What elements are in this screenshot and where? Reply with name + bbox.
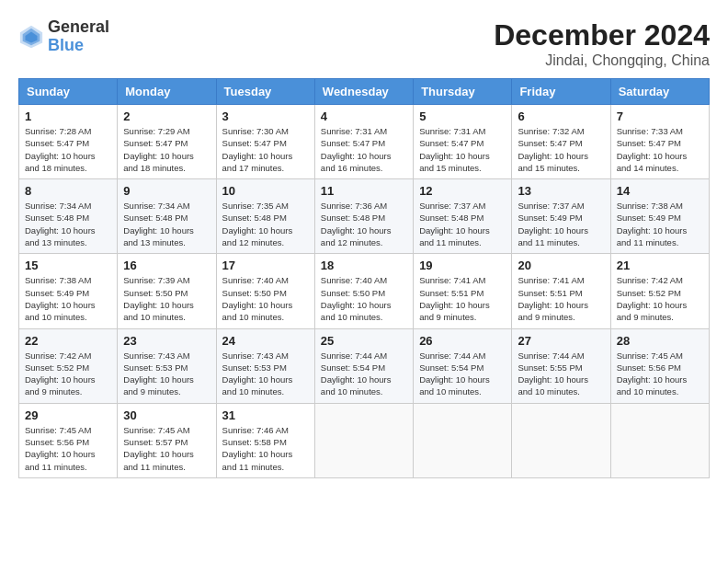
calendar-cell: 2Sunrise: 7:29 AM Sunset: 5:47 PM Daylig… (118, 105, 216, 179)
calendar-cell: 6Sunrise: 7:32 AM Sunset: 5:47 PM Daylig… (512, 105, 610, 179)
day-info: Sunrise: 7:31 AM Sunset: 5:47 PM Dayligh… (419, 125, 506, 174)
day-number: 19 (419, 259, 506, 272)
day-info: Sunrise: 7:42 AM Sunset: 5:52 PM Dayligh… (25, 350, 111, 398)
day-info: Sunrise: 7:30 AM Sunset: 5:47 PM Dayligh… (222, 125, 309, 174)
day-info: Sunrise: 7:44 AM Sunset: 5:54 PM Dayligh… (419, 350, 506, 398)
calendar-cell (414, 403, 512, 477)
day-number: 11 (321, 184, 407, 198)
day-info: Sunrise: 7:44 AM Sunset: 5:54 PM Dayligh… (321, 350, 407, 398)
day-number: 3 (222, 109, 309, 123)
column-header-thursday: Thursday (414, 79, 512, 105)
calendar-cell: 23Sunrise: 7:43 AM Sunset: 5:53 PM Dayli… (118, 328, 216, 403)
day-number: 5 (419, 109, 506, 123)
calendar-week-row: 1Sunrise: 7:28 AM Sunset: 5:47 PM Daylig… (19, 105, 710, 179)
day-info: Sunrise: 7:43 AM Sunset: 5:53 PM Dayligh… (123, 350, 210, 398)
calendar-cell: 4Sunrise: 7:31 AM Sunset: 5:47 PM Daylig… (314, 105, 413, 179)
day-number: 23 (123, 334, 210, 348)
day-info: Sunrise: 7:39 AM Sunset: 5:50 PM Dayligh… (123, 274, 210, 323)
calendar-week-row: 8Sunrise: 7:34 AM Sunset: 5:48 PM Daylig… (19, 179, 710, 254)
calendar-cell: 20Sunrise: 7:41 AM Sunset: 5:51 PM Dayli… (512, 254, 610, 328)
calendar-cell (512, 403, 610, 477)
day-number: 29 (25, 408, 111, 422)
day-number: 31 (222, 408, 309, 422)
day-info: Sunrise: 7:32 AM Sunset: 5:47 PM Dayligh… (518, 125, 604, 174)
day-number: 12 (419, 184, 506, 198)
calendar-cell: 15Sunrise: 7:38 AM Sunset: 5:49 PM Dayli… (19, 254, 118, 328)
day-number: 24 (222, 334, 309, 348)
day-info: Sunrise: 7:40 AM Sunset: 5:50 PM Dayligh… (222, 274, 309, 323)
calendar-cell: 16Sunrise: 7:39 AM Sunset: 5:50 PM Dayli… (118, 254, 216, 328)
day-info: Sunrise: 7:45 AM Sunset: 5:57 PM Dayligh… (123, 424, 210, 473)
calendar-cell: 31Sunrise: 7:46 AM Sunset: 5:58 PM Dayli… (216, 403, 314, 477)
calendar-week-row: 29Sunrise: 7:45 AM Sunset: 5:56 PM Dayli… (19, 403, 710, 477)
calendar-week-row: 22Sunrise: 7:42 AM Sunset: 5:52 PM Dayli… (19, 328, 710, 403)
logo-icon (18, 24, 44, 50)
day-info: Sunrise: 7:36 AM Sunset: 5:48 PM Dayligh… (321, 200, 407, 248)
day-info: Sunrise: 7:43 AM Sunset: 5:53 PM Dayligh… (222, 350, 309, 398)
day-info: Sunrise: 7:41 AM Sunset: 5:51 PM Dayligh… (518, 274, 604, 323)
day-number: 10 (222, 184, 309, 198)
day-number: 6 (518, 109, 604, 123)
column-header-tuesday: Tuesday (216, 79, 314, 105)
day-number: 26 (419, 334, 506, 348)
calendar-cell: 30Sunrise: 7:45 AM Sunset: 5:57 PM Dayli… (118, 403, 216, 477)
day-number: 22 (25, 334, 111, 348)
day-info: Sunrise: 7:34 AM Sunset: 5:48 PM Dayligh… (25, 200, 111, 248)
logo-line2: Blue (48, 37, 109, 55)
logo-text: General Blue (48, 18, 109, 55)
calendar-cell (610, 403, 709, 477)
calendar-cell: 11Sunrise: 7:36 AM Sunset: 5:48 PM Dayli… (314, 179, 413, 254)
logo: General Blue (18, 18, 109, 55)
day-number: 16 (123, 259, 210, 272)
day-number: 21 (617, 259, 703, 272)
calendar-week-row: 15Sunrise: 7:38 AM Sunset: 5:49 PM Dayli… (19, 254, 710, 328)
day-info: Sunrise: 7:35 AM Sunset: 5:48 PM Dayligh… (222, 200, 309, 248)
column-header-monday: Monday (118, 79, 216, 105)
calendar-cell: 8Sunrise: 7:34 AM Sunset: 5:48 PM Daylig… (19, 179, 118, 254)
calendar-cell: 26Sunrise: 7:44 AM Sunset: 5:54 PM Dayli… (414, 328, 512, 403)
day-info: Sunrise: 7:38 AM Sunset: 5:49 PM Dayligh… (25, 274, 111, 323)
day-number: 28 (617, 334, 703, 348)
column-header-saturday: Saturday (610, 79, 709, 105)
day-number: 15 (25, 259, 111, 272)
day-info: Sunrise: 7:40 AM Sunset: 5:50 PM Dayligh… (321, 274, 407, 323)
day-info: Sunrise: 7:31 AM Sunset: 5:47 PM Dayligh… (321, 125, 407, 174)
day-number: 20 (518, 259, 604, 272)
day-number: 9 (123, 184, 210, 198)
calendar-cell: 18Sunrise: 7:40 AM Sunset: 5:50 PM Dayli… (314, 254, 413, 328)
day-info: Sunrise: 7:38 AM Sunset: 5:49 PM Dayligh… (617, 200, 703, 248)
calendar-cell: 13Sunrise: 7:37 AM Sunset: 5:49 PM Dayli… (512, 179, 610, 254)
calendar-cell: 7Sunrise: 7:33 AM Sunset: 5:47 PM Daylig… (610, 105, 709, 179)
day-number: 8 (25, 184, 111, 198)
day-info: Sunrise: 7:45 AM Sunset: 5:56 PM Dayligh… (617, 350, 703, 398)
calendar-table: SundayMondayTuesdayWednesdayThursdayFrid… (18, 78, 710, 478)
day-info: Sunrise: 7:42 AM Sunset: 5:52 PM Dayligh… (617, 274, 703, 323)
calendar-cell: 29Sunrise: 7:45 AM Sunset: 5:56 PM Dayli… (19, 403, 118, 477)
day-info: Sunrise: 7:46 AM Sunset: 5:58 PM Dayligh… (222, 424, 309, 473)
calendar-cell: 19Sunrise: 7:41 AM Sunset: 5:51 PM Dayli… (414, 254, 512, 328)
day-number: 27 (518, 334, 604, 348)
calendar-cell (314, 403, 413, 477)
day-info: Sunrise: 7:33 AM Sunset: 5:47 PM Dayligh… (617, 125, 703, 174)
day-info: Sunrise: 7:44 AM Sunset: 5:55 PM Dayligh… (518, 350, 604, 398)
day-number: 14 (617, 184, 703, 198)
day-number: 13 (518, 184, 604, 198)
day-number: 7 (617, 109, 703, 123)
calendar-cell: 24Sunrise: 7:43 AM Sunset: 5:53 PM Dayli… (216, 328, 314, 403)
day-number: 30 (123, 408, 210, 422)
day-info: Sunrise: 7:37 AM Sunset: 5:49 PM Dayligh… (518, 200, 604, 248)
location: Jindai, Chongqing, China (494, 52, 710, 69)
day-number: 17 (222, 259, 309, 272)
calendar-cell: 5Sunrise: 7:31 AM Sunset: 5:47 PM Daylig… (414, 105, 512, 179)
page-header: General Blue December 2024 Jindai, Chong… (18, 18, 710, 69)
day-info: Sunrise: 7:45 AM Sunset: 5:56 PM Dayligh… (25, 424, 111, 473)
day-info: Sunrise: 7:29 AM Sunset: 5:47 PM Dayligh… (123, 125, 210, 174)
day-info: Sunrise: 7:37 AM Sunset: 5:48 PM Dayligh… (419, 200, 506, 248)
calendar-cell: 3Sunrise: 7:30 AM Sunset: 5:47 PM Daylig… (216, 105, 314, 179)
column-header-wednesday: Wednesday (314, 79, 413, 105)
title-block: December 2024 Jindai, Chongqing, China (494, 18, 710, 69)
calendar-cell: 21Sunrise: 7:42 AM Sunset: 5:52 PM Dayli… (610, 254, 709, 328)
calendar-header-row: SundayMondayTuesdayWednesdayThursdayFrid… (19, 79, 710, 105)
day-number: 4 (321, 109, 407, 123)
calendar-cell: 28Sunrise: 7:45 AM Sunset: 5:56 PM Dayli… (610, 328, 709, 403)
